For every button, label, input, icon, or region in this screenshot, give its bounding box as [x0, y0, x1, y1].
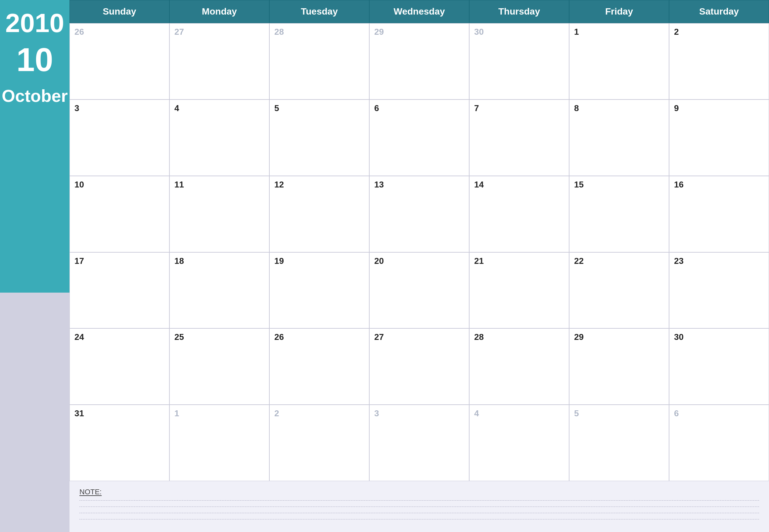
day-number: 30 — [674, 332, 764, 342]
note-line-3 — [79, 513, 759, 513]
sidebar-month-name: October — [2, 86, 67, 106]
day-cell[interactable]: 29 — [369, 23, 469, 100]
day-cell[interactable]: 23 — [669, 252, 769, 329]
day-cell[interactable]: 18 — [169, 252, 269, 329]
day-header-monday: Monday — [169, 0, 269, 23]
day-number: 2 — [274, 408, 364, 419]
sidebar-month-num: 10 — [16, 43, 53, 76]
day-cell[interactable]: 30 — [669, 328, 769, 405]
day-cell[interactable]: 17 — [69, 252, 169, 329]
day-cell[interactable]: 15 — [569, 176, 669, 252]
day-cell[interactable]: 2 — [669, 23, 769, 100]
day-cell[interactable]: 7 — [469, 100, 569, 176]
day-cell[interactable]: 14 — [469, 176, 569, 252]
day-number: 28 — [474, 332, 564, 342]
day-cell[interactable]: 22 — [569, 252, 669, 329]
day-number: 2 — [674, 27, 764, 37]
day-header-friday: Friday — [569, 0, 669, 23]
day-cell[interactable]: 3 — [369, 405, 469, 481]
day-number: 16 — [674, 180, 764, 190]
day-cell[interactable]: 27 — [369, 328, 469, 405]
day-number: 3 — [374, 408, 464, 419]
day-number: 3 — [74, 103, 164, 113]
day-cell[interactable]: 1 — [169, 405, 269, 481]
day-cell[interactable]: 26 — [269, 328, 369, 405]
day-header-wednesday: Wednesday — [369, 0, 469, 23]
day-number: 19 — [274, 256, 364, 266]
day-cell[interactable]: 6 — [369, 100, 469, 176]
day-number: 1 — [174, 408, 264, 419]
day-number: 14 — [474, 180, 564, 190]
day-cell[interactable]: 1 — [569, 23, 669, 100]
note-label: NOTE: — [79, 488, 759, 496]
day-cell[interactable]: 9 — [669, 100, 769, 176]
day-cell[interactable]: 8 — [569, 100, 669, 176]
day-number: 24 — [74, 332, 164, 342]
day-number: 27 — [174, 27, 264, 37]
day-cell[interactable]: 27 — [169, 23, 269, 100]
day-header-saturday: Saturday — [669, 0, 769, 23]
day-cell[interactable]: 19 — [269, 252, 369, 329]
day-number: 4 — [474, 408, 564, 419]
day-number: 18 — [174, 256, 264, 266]
day-cell[interactable]: 5 — [269, 100, 369, 176]
day-number: 6 — [674, 408, 764, 419]
day-number: 6 — [374, 103, 464, 113]
day-number: 9 — [674, 103, 764, 113]
day-cell[interactable]: 20 — [369, 252, 469, 329]
day-cell[interactable]: 30 — [469, 23, 569, 100]
day-number: 5 — [574, 408, 664, 419]
day-cell[interactable]: 16 — [669, 176, 769, 252]
sidebar: 2010 10 October — [0, 0, 69, 532]
day-cell[interactable]: 31 — [69, 405, 169, 481]
day-cell[interactable]: 28 — [469, 328, 569, 405]
calendar-wrapper: 2010 10 October SundayMondayTuesdayWedne… — [0, 0, 769, 532]
day-cell[interactable]: 25 — [169, 328, 269, 405]
main-content: SundayMondayTuesdayWednesdayThursdayFrid… — [69, 0, 769, 532]
day-number: 1 — [574, 27, 664, 37]
day-number: 10 — [74, 180, 164, 190]
day-cell[interactable]: 26 — [69, 23, 169, 100]
day-number: 22 — [574, 256, 664, 266]
day-cell[interactable]: 21 — [469, 252, 569, 329]
day-cell[interactable]: 28 — [269, 23, 369, 100]
day-cell[interactable]: 5 — [569, 405, 669, 481]
day-number: 15 — [574, 180, 664, 190]
day-header-thursday: Thursday — [469, 0, 569, 23]
day-header-sunday: Sunday — [69, 0, 169, 23]
day-number: 27 — [374, 332, 464, 342]
day-cell[interactable]: 3 — [69, 100, 169, 176]
day-number: 4 — [174, 103, 264, 113]
day-cell[interactable]: 24 — [69, 328, 169, 405]
day-cell[interactable]: 29 — [569, 328, 669, 405]
day-cell[interactable]: 6 — [669, 405, 769, 481]
day-number: 8 — [574, 103, 664, 113]
notes-section: NOTE: — [69, 481, 769, 532]
note-line-4 — [79, 519, 759, 519]
day-cell[interactable]: 11 — [169, 176, 269, 252]
day-number: 12 — [274, 180, 364, 190]
day-number: 23 — [674, 256, 764, 266]
day-number: 28 — [274, 27, 364, 37]
day-cell[interactable]: 4 — [469, 405, 569, 481]
day-cell[interactable]: 12 — [269, 176, 369, 252]
day-number: 26 — [74, 27, 164, 37]
sidebar-year: 2010 — [5, 10, 64, 36]
day-number: 13 — [374, 180, 464, 190]
day-number: 26 — [274, 332, 364, 342]
note-line-1 — [79, 500, 759, 501]
day-number: 30 — [474, 27, 564, 37]
day-number: 5 — [274, 103, 364, 113]
day-cell[interactable]: 2 — [269, 405, 369, 481]
day-number: 20 — [374, 256, 464, 266]
day-cell[interactable]: 10 — [69, 176, 169, 252]
day-cell[interactable]: 4 — [169, 100, 269, 176]
day-number: 29 — [374, 27, 464, 37]
day-number: 29 — [574, 332, 664, 342]
day-number: 7 — [474, 103, 564, 113]
day-number: 17 — [74, 256, 164, 266]
day-cell[interactable]: 13 — [369, 176, 469, 252]
day-number: 21 — [474, 256, 564, 266]
note-line-2 — [79, 507, 759, 507]
day-number: 11 — [174, 180, 264, 190]
